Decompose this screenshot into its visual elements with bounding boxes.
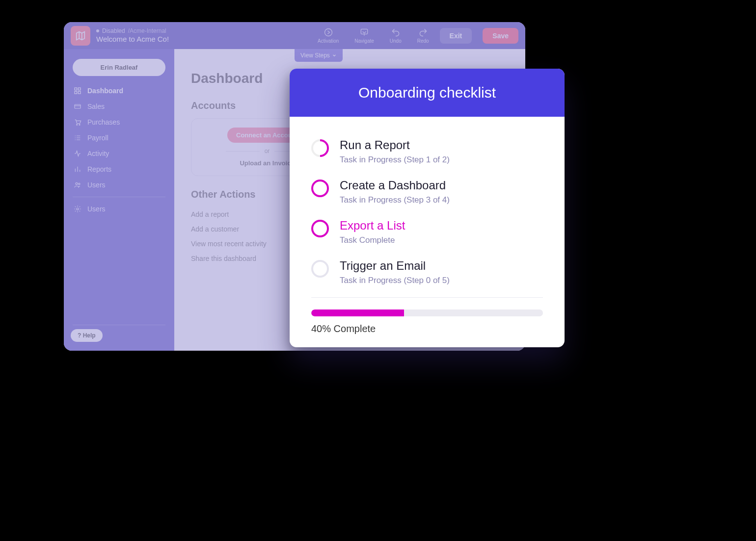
svg-point-9 — [76, 182, 78, 184]
header-title-block: Disabled /Acme-Internal Welcome to Acme … — [96, 27, 169, 43]
undo-icon — [391, 27, 401, 37]
gear-icon — [74, 205, 81, 213]
activation-tool[interactable]: Activation — [313, 27, 344, 44]
svg-rect-3 — [78, 88, 81, 90]
cart-icon — [74, 118, 81, 126]
svg-point-7 — [77, 124, 78, 125]
svg-rect-4 — [75, 91, 77, 94]
undo-tool[interactable]: Undo — [385, 27, 406, 44]
checklist-divider — [311, 297, 543, 298]
redo-tool[interactable]: Redo — [412, 27, 434, 44]
list-icon — [74, 134, 81, 142]
grid-icon — [74, 87, 81, 95]
sidebar-item-sales[interactable]: Sales — [64, 99, 174, 114]
exit-button[interactable]: Exit — [440, 28, 472, 44]
chart-icon — [74, 165, 81, 173]
sidebar: Erin Radleaf Dashboard Sales Purchases P… — [64, 49, 174, 351]
activity-icon — [74, 150, 81, 157]
checklist-item[interactable]: Trigger an Email Task in Progress (Step … — [311, 252, 543, 292]
card-icon — [74, 103, 81, 110]
status-label: Disabled — [102, 27, 125, 34]
sidebar-item-label: Dashboard — [87, 87, 123, 95]
progress-circle-icon — [311, 180, 329, 197]
svg-point-8 — [79, 124, 80, 125]
arrow-circle-icon — [324, 27, 333, 37]
checklist-item-title: Create a Dashboard — [340, 179, 450, 192]
progress-label: 40% Complete — [311, 323, 543, 335]
sidebar-item-purchases[interactable]: Purchases — [64, 114, 174, 130]
sidebar-item-label: Users — [87, 181, 106, 189]
user-pill[interactable]: Erin Radleaf — [73, 59, 165, 76]
chevron-down-icon — [332, 53, 337, 58]
status-dot-icon — [96, 29, 99, 32]
sidebar-divider — [73, 325, 165, 325]
sidebar-item-label: Users — [87, 205, 106, 213]
svg-point-10 — [79, 183, 80, 184]
sidebar-item-settings[interactable]: Users — [64, 201, 174, 217]
checklist-item-subtitle: Task Complete — [340, 235, 405, 245]
progress-circle-icon — [311, 220, 329, 237]
svg-point-0 — [324, 29, 332, 36]
sidebar-item-label: Payroll — [87, 134, 108, 142]
view-steps-tab[interactable]: View Steps — [295, 49, 343, 62]
navigate-tool[interactable]: Navigate — [350, 27, 378, 44]
svg-point-11 — [77, 208, 79, 210]
sidebar-item-label: Purchases — [87, 118, 120, 126]
navigate-icon — [359, 27, 369, 37]
onboarding-checklist-card: Onboarding checklist Run a Report Task i… — [290, 69, 565, 347]
checklist-item[interactable]: Create a Dashboard Task in Progress (Ste… — [311, 172, 543, 212]
progress-bar-fill — [311, 309, 404, 316]
progress-bar — [311, 309, 543, 316]
checklist-item[interactable]: Export a List Task Complete — [311, 212, 543, 252]
sidebar-item-label: Activity — [87, 150, 109, 157]
upload-invoice-link[interactable]: Upload an Invoice — [240, 159, 294, 167]
checklist-item-subtitle: Task in Progress (Step 0 of 5) — [340, 276, 450, 285]
checklist-item-subtitle: Task in Progress (Step 3 of 4) — [340, 195, 450, 205]
sidebar-divider — [73, 197, 165, 197]
users-icon — [74, 181, 81, 189]
checklist-item-title: Run a Report — [340, 138, 450, 152]
sidebar-item-dashboard[interactable]: Dashboard — [64, 83, 174, 99]
checklist-item[interactable]: Run a Report Task in Progress (Step 1 of… — [311, 131, 543, 172]
map-icon — [75, 30, 86, 41]
app-header: Disabled /Acme-Internal Welcome to Acme … — [64, 22, 525, 49]
svg-rect-6 — [75, 104, 81, 108]
progress-circle-icon — [311, 260, 329, 278]
redo-icon — [418, 27, 428, 37]
header-status: Disabled /Acme-Internal — [96, 27, 169, 34]
checklist-item-title: Trigger an Email — [340, 259, 450, 273]
path-label: /Acme-Internal — [128, 27, 166, 34]
help-button[interactable]: ? Help — [71, 329, 103, 342]
checklist-item-title: Export a List — [340, 219, 405, 232]
sidebar-item-activity[interactable]: Activity — [64, 146, 174, 161]
sidebar-item-reports[interactable]: Reports — [64, 161, 174, 177]
svg-rect-5 — [78, 91, 81, 94]
sidebar-item-label: Sales — [87, 103, 105, 110]
welcome-text: Welcome to Acme Co! — [96, 35, 169, 44]
sidebar-item-label: Reports — [87, 165, 111, 173]
svg-rect-2 — [75, 88, 77, 90]
save-button[interactable]: Save — [483, 28, 518, 44]
checklist-title: Onboarding checklist — [290, 69, 565, 117]
sidebar-item-users[interactable]: Users — [64, 177, 174, 193]
app-logo — [71, 26, 90, 46]
checklist-item-subtitle: Task in Progress (Step 1 of 2) — [340, 155, 450, 165]
progress-circle-icon — [311, 139, 329, 157]
sidebar-item-payroll[interactable]: Payroll — [64, 130, 174, 146]
